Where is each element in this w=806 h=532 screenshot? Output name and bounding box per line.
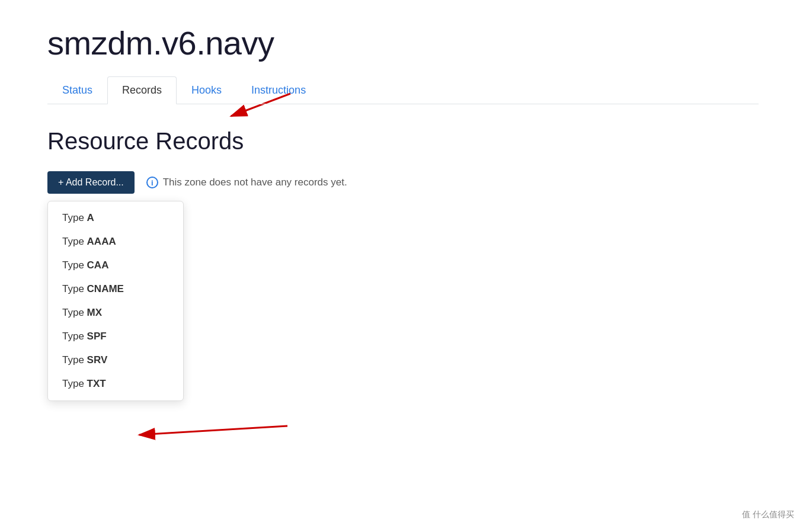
toolbar: + Add Record... Type A Type AAAA Type CA…	[47, 171, 759, 194]
add-record-button[interactable]: + Add Record...	[47, 171, 135, 194]
watermark: 值 什么值得买	[742, 509, 794, 520]
section-title: Resource Records	[47, 128, 759, 155]
dropdown-menu: Type A Type AAAA Type CAA Type CNAME Typ…	[47, 201, 184, 401]
arrow-txt-annotation	[133, 414, 299, 444]
tabs-container: Status Records Hooks Instructions	[47, 76, 759, 104]
tab-hooks[interactable]: Hooks	[177, 76, 236, 104]
dropdown-item-a[interactable]: Type A	[48, 206, 183, 230]
info-icon: i	[146, 177, 158, 188]
tab-instructions[interactable]: Instructions	[236, 76, 321, 104]
info-message: i This zone does not have any records ye…	[146, 177, 347, 188]
domain-title: smzdm.v6.navy	[47, 24, 759, 62]
tab-records[interactable]: Records	[107, 76, 177, 104]
dropdown-item-cname[interactable]: Type CNAME	[48, 277, 183, 301]
dropdown-item-aaaa[interactable]: Type AAAA	[48, 230, 183, 254]
dropdown-item-srv[interactable]: Type SRV	[48, 348, 183, 372]
svg-line-3	[139, 426, 287, 435]
tab-status[interactable]: Status	[47, 76, 107, 104]
info-text: This zone does not have any records yet.	[163, 177, 347, 188]
dropdown-item-mx[interactable]: Type MX	[48, 301, 183, 325]
dropdown-item-txt[interactable]: Type TXT	[48, 372, 183, 396]
dropdown-item-spf[interactable]: Type SPF	[48, 325, 183, 348]
dropdown-item-caa[interactable]: Type CAA	[48, 254, 183, 277]
add-record-label: + Add Record...	[58, 177, 124, 188]
